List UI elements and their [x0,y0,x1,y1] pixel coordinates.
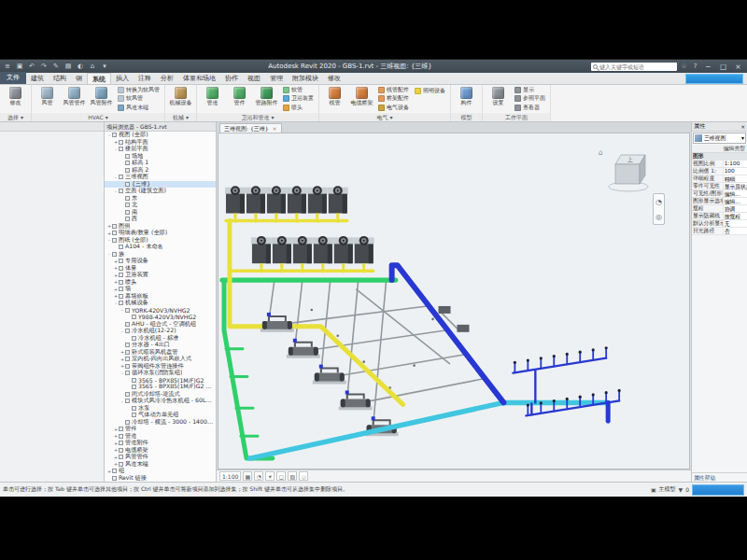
tree-item[interactable]: 分水器 - 4出口 [105,342,216,349]
ribbon-group-label[interactable]: 卫浴和管道 ▾ [197,113,318,121]
qat-button-1[interactable]: ▣ [15,62,24,72]
ribbon-button[interactable]: 修改 [3,86,28,112]
file-tab[interactable]: 文件 [0,72,26,84]
ribbon-group-label[interactable]: 电气 ▾ [319,113,450,121]
tree-item[interactable]: +管道附件 [105,440,216,447]
ribbon-button[interactable]: 桥架配件 [376,94,411,103]
ribbon-button[interactable]: 照明设备 [413,86,447,95]
subscription-banner[interactable] [685,74,743,84]
ribbon-button[interactable]: 软管 [281,86,316,94]
tree-item[interactable]: 3565 - BPX85(1M/F)G2 标准 [105,384,216,391]
tree-item[interactable]: +带阀组件水管连接件 [105,363,216,371]
tree-item[interactable]: +幕墙嵌板 [105,293,216,301]
search-input[interactable] [599,63,675,70]
tree-item[interactable]: -视图 (全部) [105,132,216,139]
ribbon-button[interactable]: 卫浴装置 [281,94,316,103]
qat-button-7[interactable]: ⌂ [88,62,97,72]
tree-item[interactable]: 东 [105,195,216,203]
tree-item[interactable]: -楼层平面 [105,146,216,153]
tree-item[interactable]: 北 [105,202,216,209]
tree-item[interactable]: -族 [105,251,216,259]
cooling-tower-bank-b[interactable] [251,236,374,268]
ribbon-group-label[interactable]: 机械 ▾ [165,113,196,121]
tree-item[interactable]: 冷水机组 - 标准 [105,335,216,343]
ribbon-button[interactable]: 电缆桥架 [349,86,374,112]
ribbon-button[interactable]: 风管 [35,86,60,112]
view-control-icon-4[interactable]: ▧ [288,471,297,481]
ribbon-button[interactable]: 软风管 [116,94,162,103]
ribbon-tab-管理[interactable]: 管理 [265,73,288,84]
ribbon-tab-附加模块[interactable]: 附加模块 [288,73,323,84]
property-value[interactable]: 100 [723,168,747,175]
property-value[interactable]: 协调 [723,205,747,212]
view-tab-3d[interactable]: 三维视图: {三维} × [219,123,282,133]
tree-item[interactable]: Revit 链接 [105,475,216,483]
tree-item[interactable]: 气体动力单元组 [105,412,216,419]
property-value[interactable]: 显示原状态 [723,183,747,189]
type-selector-dropdown-icon[interactable]: ▾ [741,135,744,141]
ribbon-group-label[interactable]: 选择 ▾ [0,113,31,121]
ribbon-button[interactable]: 参照平面 [513,94,547,103]
ribbon-button[interactable]: 管件 [227,86,252,112]
ribbon-tab-钢[interactable]: 钢 [71,73,87,84]
favorites-icon[interactable]: ☆ [680,63,688,70]
view-control-icon-2[interactable]: ☀ [265,471,275,481]
ribbon-tab-修改[interactable]: 修改 [323,73,345,84]
tree-item[interactable]: -模块式风冷冷热水机组 - 60LM - 0 舱 - 用暖通 - 100-175… [105,398,216,405]
tree-item[interactable]: +风道末端 [105,461,216,469]
tree-item[interactable]: 南 [105,209,216,217]
ribbon-button[interactable]: 管道 [200,86,225,112]
worksets-icon[interactable]: ▣ [651,486,656,493]
tree-item[interactable]: -三维视图 [105,174,216,181]
tree-item[interactable]: +喷头 [105,279,216,287]
property-row[interactable]: 日光路径否 [692,228,747,235]
active-model-label[interactable]: 主模型 [659,485,676,494]
tree-item[interactable]: AHU - 组合式 - 空调机组 [105,321,216,329]
qat-button-8[interactable]: ▾ [100,62,109,72]
viewcube-home-icon[interactable]: ⌂ [599,148,603,157]
tree-item[interactable]: +卧式暗装风机盘管 [105,349,216,357]
qat-button-5[interactable]: ▤ [63,62,73,72]
ribbon-button[interactable]: 电气设备 [376,104,411,112]
ribbon-tab-视图[interactable]: 视图 [243,73,265,84]
navbar-icon-0[interactable]: ◔ [655,198,662,206]
status-banner[interactable] [692,484,744,496]
tree-item[interactable]: -机械设备 [105,300,216,307]
qat-button-3[interactable]: ↷ [39,62,49,72]
ribbon-button[interactable]: 风管管件 [62,86,87,112]
ribbon-tab-注释[interactable]: 注释 [134,73,156,84]
ribbon-group-label[interactable]: HVAC ▾ [32,113,164,121]
ribbon-tab-系统[interactable]: 系统 [87,73,111,84]
help-icon[interactable]: ? [691,63,699,70]
tree-item[interactable]: 水泵 [105,405,216,413]
tree-item[interactable]: +体量 [105,265,216,273]
ribbon-button[interactable]: 风道末端 [116,104,162,112]
view-scale-button[interactable]: 1:100 [219,471,241,481]
cooling-tower-bank-a[interactable] [225,186,348,217]
ribbon-tab-插入[interactable]: 插入 [111,73,134,84]
qat-button-6[interactable]: ◐ [76,62,85,72]
view-control-icon-3[interactable]: ◻ [276,471,286,481]
tree-item[interactable]: +组 [105,468,216,475]
tree-item[interactable]: +结构平面 [105,139,216,147]
tree-item[interactable]: +墙 [105,286,216,293]
properties-close-icon[interactable]: × [740,124,745,130]
tree-item[interactable]: +管道 [105,433,216,441]
property-value[interactable]: 编辑... [723,190,747,197]
tree-item[interactable]: A104 - 未命名 [105,244,216,251]
property-value[interactable]: 无 [723,220,747,227]
tree-item[interactable]: +卫浴装置 [105,272,216,279]
type-selector[interactable]: 三维视图 ▾ [693,133,746,144]
ribbon-button[interactable]: 显示 [513,86,547,94]
tree-item[interactable]: +管件 [105,426,216,433]
tree-item[interactable]: Y988-420V3/NVHG2 [105,314,216,321]
tree-item[interactable]: -YORK-420V3/NVHG2 [105,307,216,315]
property-value[interactable]: 1:100 [723,161,747,167]
edit-type-button[interactable]: 编辑类型 [692,145,747,153]
navbar-icon-1[interactable]: ◎ [655,213,662,221]
tree-item[interactable]: +风管管件 [105,454,216,461]
view-control-icon-1[interactable]: ◔ [254,471,263,481]
qat-button-0[interactable]: ≡ [3,62,12,72]
view-control-icon-5[interactable]: ◇ [299,471,308,481]
tree-item[interactable]: -冷水机组(12-22) [105,328,216,335]
